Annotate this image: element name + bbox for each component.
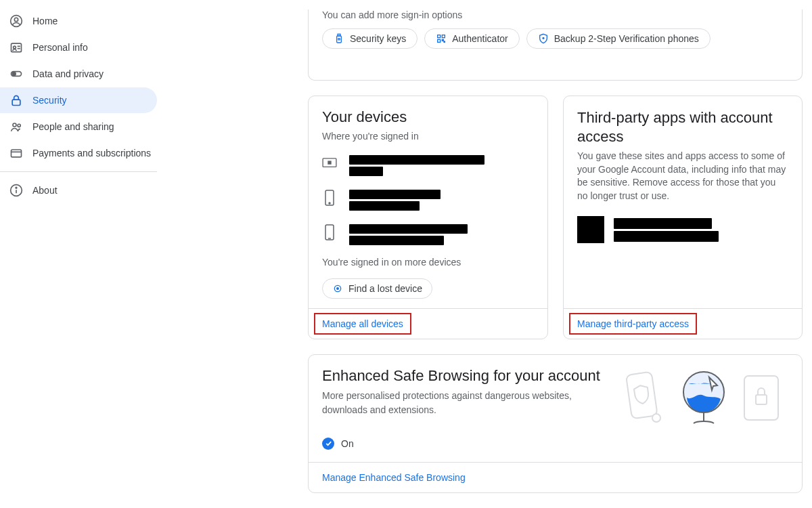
sidebar: Home Personal info Data and privacy Secu…: [0, 0, 183, 508]
svg-point-9: [13, 123, 16, 127]
sidebar-item-label: Home: [32, 16, 58, 26]
svg-point-1: [14, 18, 18, 21]
svg-rect-20: [443, 35, 445, 38]
chip-backup-phones[interactable]: Backup 2-Step Verification phones: [526, 28, 710, 49]
redacted-text: [614, 218, 712, 229]
manage-all-devices-link[interactable]: Manage all devices: [314, 313, 411, 335]
redacted-text: [614, 231, 719, 242]
sidebar-item-label: About: [32, 185, 58, 196]
svg-point-18: [338, 38, 340, 40]
device-row-2[interactable]: [322, 188, 534, 213]
account-circle-icon: [9, 14, 23, 28]
your-devices-card: Your devices Where you're signed in: [308, 96, 548, 339]
apple-device-icon: [322, 190, 337, 205]
sidebar-item-about[interactable]: About: [0, 177, 183, 203]
chip-label: Security keys: [350, 33, 406, 44]
svg-rect-26: [328, 161, 331, 164]
find-lost-device-button[interactable]: Find a lost device: [322, 278, 432, 299]
svg-rect-11: [12, 150, 22, 157]
credit-card-icon: [9, 146, 23, 160]
sidebar-item-label: Payments and subscriptions: [32, 148, 151, 158]
redacted-text: [349, 236, 444, 245]
svg-rect-29: [325, 225, 334, 240]
enhanced-safe-browsing-card: Enhanced Safe Browsing for your account …: [308, 354, 803, 493]
chip-security-keys[interactable]: Security keys: [322, 28, 418, 49]
redacted-text: [349, 167, 383, 176]
chip-label: Backup 2-Step Verification phones: [554, 33, 699, 44]
esb-subtitle: More personalised protections against da…: [322, 389, 606, 417]
svg-rect-22: [443, 39, 444, 41]
redacted-text: [349, 224, 468, 234]
esb-title: Enhanced Safe Browsing for your account: [322, 367, 606, 385]
thirdparty-app-row[interactable]: [577, 216, 788, 244]
info-icon: [9, 184, 23, 197]
svg-point-24: [543, 37, 544, 39]
find-lost-device-label: Find a lost device: [348, 283, 422, 294]
manage-third-party-access-link[interactable]: Manage third-party access: [569, 313, 697, 335]
third-party-apps-card: Third-party apps with account access You…: [563, 96, 803, 339]
windows-device-icon: [322, 156, 337, 171]
sidebar-item-label: Security: [32, 95, 67, 106]
check-icon: [322, 438, 334, 450]
redacted-text: [349, 201, 420, 211]
badge-icon: [9, 41, 23, 54]
redacted-text: [349, 155, 484, 165]
sidebar-item-label: Personal info: [32, 42, 88, 53]
svg-rect-33: [626, 371, 658, 419]
sidebar-separator: [0, 171, 157, 172]
devices-subtitle: Where you're signed in: [322, 130, 534, 144]
svg-point-7: [12, 72, 16, 76]
sidebar-item-home[interactable]: Home: [0, 8, 183, 34]
signin-intro-text: You can add more sign-in options: [322, 9, 802, 20]
devices-more-note: You're signed in on more devices: [322, 257, 534, 268]
chip-authenticator[interactable]: Authenticator: [424, 28, 520, 49]
esb-status-label: On: [341, 438, 354, 449]
svg-point-28: [329, 203, 330, 204]
lock-icon: [9, 93, 23, 107]
svg-point-15: [16, 187, 17, 188]
devices-title: Your devices: [322, 108, 534, 126]
device-row-1[interactable]: [322, 153, 534, 178]
svg-rect-38: [744, 376, 778, 420]
sidebar-item-payments[interactable]: Payments and subscriptions: [0, 140, 183, 166]
thirdparty-title: Third-party apps with account access: [577, 108, 788, 146]
chip-label: Authenticator: [452, 33, 508, 44]
phone-device-icon: [322, 225, 337, 240]
device-row-3[interactable]: [322, 222, 534, 247]
svg-point-34: [652, 414, 660, 422]
svg-point-32: [337, 287, 339, 289]
sidebar-item-data-privacy[interactable]: Data and privacy: [0, 61, 183, 87]
esb-illustration: [619, 367, 788, 428]
svg-rect-21: [438, 39, 441, 42]
sidebar-item-personal-info[interactable]: Personal info: [0, 35, 183, 60]
svg-point-3: [14, 46, 16, 49]
redacted-app-icon: [577, 216, 604, 243]
manage-esb-link[interactable]: Manage Enhanced Safe Browsing: [309, 463, 802, 492]
toggle-icon: [9, 67, 23, 81]
main-content: You can add more sign-in options Securit…: [183, 0, 812, 508]
signin-options-card: You can add more sign-in options Securit…: [308, 9, 803, 81]
thirdparty-subtitle: You gave these sites and apps access to …: [577, 150, 788, 203]
svg-rect-23: [444, 41, 445, 42]
svg-rect-8: [12, 100, 20, 105]
svg-rect-19: [438, 35, 441, 38]
sidebar-item-label: Data and privacy: [32, 68, 104, 79]
target-icon: [332, 283, 343, 294]
svg-point-10: [18, 124, 20, 127]
redacted-text: [349, 190, 441, 199]
shield-icon: [538, 33, 549, 44]
sidebar-item-security[interactable]: Security: [0, 87, 157, 113]
svg-rect-17: [337, 36, 342, 43]
sidebar-item-label: People and sharing: [32, 121, 114, 132]
qr-icon: [436, 33, 447, 44]
sidebar-item-people-sharing[interactable]: People and sharing: [0, 114, 183, 140]
usb-key-icon: [334, 33, 344, 44]
people-icon: [9, 120, 23, 133]
